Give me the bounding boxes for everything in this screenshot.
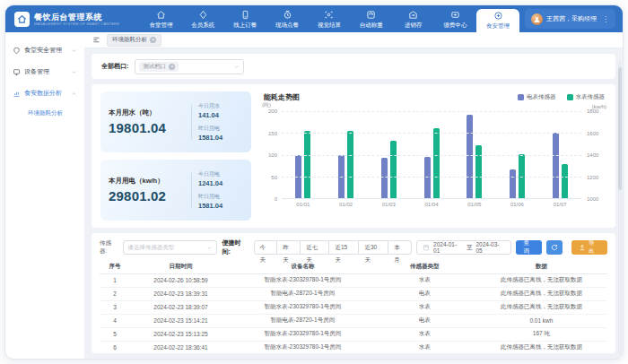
table-row: 42024-02-23 15:14:21智能电表-28720-1号房间电表0.0…	[100, 314, 607, 327]
table-cell: 此传感器已离线，无法获取数据	[475, 287, 607, 300]
axis-tick: 1000	[587, 196, 598, 202]
bar-水表传感器[interactable]	[347, 131, 353, 198]
gridline	[282, 155, 581, 156]
nav-item-canteen-management[interactable]: 食堂管理	[140, 5, 182, 32]
quick-range-yesterday[interactable]: 昨天	[276, 240, 301, 255]
stat-sub-label: 昨日用电	[198, 125, 243, 133]
table-filter-bar: 传感器: 请选择传感器类型 便捷时间: 今天昨天近七天近15天近30天本月 20…	[100, 238, 607, 256]
nav-item-visual-checkout[interactable]: 视觉结算	[309, 5, 351, 32]
axis-tick: 1800	[587, 108, 598, 114]
nav-item-inventory[interactable]: 进销存	[392, 5, 434, 32]
bar-电表传感器[interactable]	[424, 157, 431, 198]
logo-house-icon	[14, 12, 30, 27]
sensor-select-placeholder: 请选择传感器类型	[127, 244, 174, 252]
bar-水表传感器[interactable]	[304, 131, 310, 198]
sidebar-item-food-safety-data-analysis[interactable]: 食安数据分析	[5, 82, 84, 104]
stall-select[interactable]: 测试档口 ×	[135, 59, 244, 74]
sidebar-subitem-label: 环境能耗分析	[28, 109, 63, 117]
divider	[191, 105, 192, 139]
axis-tick: 1200	[587, 175, 598, 180]
x-axis-label: 01/07	[538, 202, 581, 207]
date-range-picker[interactable]: 2024-01-01 至 2024-03-05	[416, 240, 511, 255]
nav-item-auto-weighing[interactable]: 自动称重	[350, 5, 392, 32]
table-cell: 电表	[374, 314, 475, 327]
table-cell: 2024-02-23 18:39:31	[130, 287, 231, 300]
axis-tick: 150	[268, 131, 277, 136]
card-icon	[450, 10, 460, 20]
calendar-icon	[423, 244, 430, 251]
tab-strip: 环境能耗分析 ×	[84, 32, 623, 48]
legend-item-水表传感器[interactable]: 水表传感器	[567, 93, 606, 101]
open-tab[interactable]: 环境能耗分析 ×	[107, 34, 161, 47]
bar-水表传感器[interactable]	[390, 141, 397, 198]
nav-item-online-ordering[interactable]: 线上订餐	[224, 5, 266, 32]
house-icon	[156, 10, 166, 20]
refresh-button[interactable]	[546, 240, 563, 255]
quick-range-last-30-days[interactable]: 近30天	[358, 240, 388, 255]
table-cell: 5	[100, 327, 130, 341]
gridline	[282, 133, 581, 134]
nav-item-food-safety-active[interactable]: 食安管理	[476, 9, 519, 32]
nav-item-label: 进销存	[405, 22, 423, 28]
quick-range-today[interactable]: 今天	[254, 240, 278, 255]
axis-tick: 200	[268, 108, 277, 114]
top-navigation-bar: 餐饮后台管理系统 MANAGEMENT SYSTEM OF SMART CANT…	[5, 5, 623, 32]
bar-水表传感器[interactable]	[562, 164, 568, 198]
table-cell: 1	[100, 273, 130, 287]
sidebar: 食堂安全管理设备管理食安数据分析环境能耗分析	[5, 32, 84, 359]
table-cell: 智能电表-28720-1号房间	[231, 287, 373, 300]
chevron-down-icon	[206, 245, 213, 251]
export-button[interactable]: 导出	[571, 240, 607, 255]
nav-item-payment-center[interactable]: 缴费中心	[434, 5, 476, 32]
table-cell: 2024-02-23 15:13:25	[130, 327, 231, 341]
quick-time-label: 便捷时间:	[222, 238, 249, 256]
app-subtitle: MANAGEMENT SYSTEM OF SMART CANTEEN	[34, 22, 119, 26]
sidebar-item-device-management[interactable]: 设备管理	[5, 61, 84, 82]
quick-range-buttons: 今天昨天近七天近15天近30天本月	[254, 240, 413, 255]
bar-水表传感器[interactable]	[433, 128, 440, 198]
app-title: 餐饮后台管理系统	[34, 13, 119, 22]
more-menu-icon[interactable]: ⋮	[602, 15, 609, 23]
app-window: 餐饮后台管理系统 MANAGEMENT SYSTEM OF SMART CANT…	[4, 4, 624, 360]
user-menu[interactable]: 王茜茜，采购经理 ⋮	[525, 9, 615, 29]
table-cell: 0.01 kwh	[475, 314, 607, 327]
legend-item-电表传感器[interactable]: 电表传感器	[518, 93, 556, 101]
quick-range-last-7-days[interactable]: 近七天	[300, 240, 329, 255]
nav-item-label: 食安管理	[486, 22, 510, 30]
table-cell: 2024-02-26 10:58:59	[130, 273, 231, 287]
table-cell: 水表	[374, 273, 475, 287]
collapse-sidebar-icon[interactable]	[92, 36, 100, 44]
bar-水表传感器[interactable]	[475, 145, 482, 198]
bar-电表传感器[interactable]	[381, 158, 388, 198]
chart-legend: 电表传感器 水表传感器	[518, 93, 605, 101]
quick-range-last-15-days[interactable]: 近15天	[328, 240, 359, 255]
close-tab-icon[interactable]: ×	[150, 37, 156, 43]
sidebar-subitem-environment-energy-analysis[interactable]: 环境能耗分析	[5, 104, 84, 122]
bar-电表传感器[interactable]	[510, 169, 516, 198]
table-cell: 智能水表-230329780-1号房间	[231, 273, 373, 287]
nav-item-onsite-ordering[interactable]: 现场点餐	[266, 5, 309, 32]
legend-label: 水表传感器	[576, 93, 606, 101]
table-cell: 智能电表-28720-1号房间	[231, 314, 373, 327]
sensor-type-select[interactable]: 请选择传感器类型	[123, 240, 217, 255]
table-row: 32024-02-23 18:39:07智能水表-230329780-1号房间水…	[100, 300, 607, 314]
clear-stall-icon[interactable]: ×	[169, 64, 175, 70]
chart-plot-area	[282, 111, 581, 199]
sensor-data-table: 序号日期时间设备名称传感器类型数据 12024-02-26 10:58:59智能…	[100, 260, 607, 353]
stat-value: 29801.02	[109, 188, 185, 204]
search-button[interactable]: 查询	[516, 240, 542, 255]
table-cell: 智能水表-230329780-1号房间	[231, 300, 373, 314]
energy-trend-chart: 能耗走势图 电表传感器 水表传感器 (吨) (kw/h) 2001501005	[262, 91, 606, 221]
stat-sub-label: 今日用电	[198, 170, 243, 178]
sidebar-item-canteen-safety-management[interactable]: 食堂安全管理	[5, 39, 84, 61]
stat-sub-value: 1241.04	[198, 179, 243, 187]
bar-电表传感器[interactable]	[553, 133, 559, 198]
quick-range-this-month[interactable]: 本月	[388, 240, 412, 255]
bar-电表传感器[interactable]	[467, 115, 473, 198]
table-cell: 3	[100, 300, 130, 314]
scrollbar-thumb[interactable]	[618, 67, 622, 191]
scrollbar[interactable]	[618, 61, 622, 355]
nav-item-member-system[interactable]: 会员系统	[182, 5, 224, 32]
axis-tick: 1600	[587, 131, 598, 136]
table-row: 22024-02-23 18:39:31智能电表-28720-1号房间电表此传感…	[100, 287, 607, 300]
